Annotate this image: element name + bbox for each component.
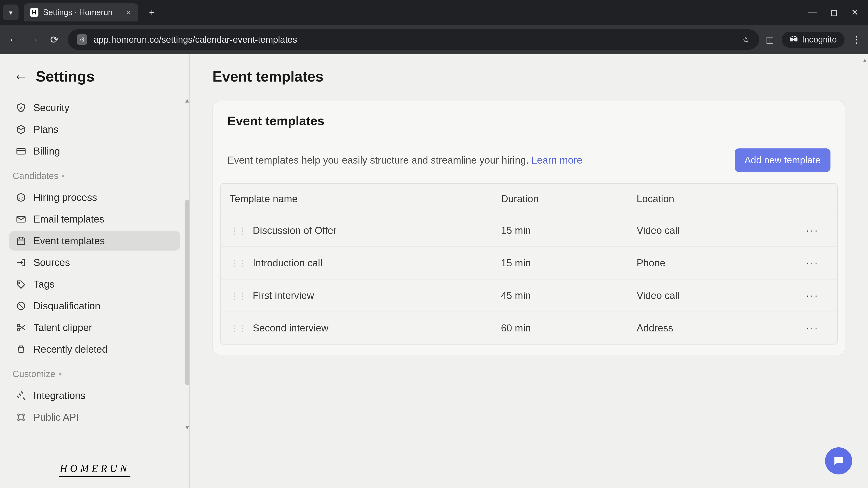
sidebar-scrollbar-thumb[interactable] [185, 200, 189, 385]
sub-text: Event templates help you easily structur… [227, 155, 531, 166]
table-row[interactable]: ⋮⋮First interview 45 min Video call ··· [221, 280, 837, 312]
bookmark-star-icon[interactable]: ☆ [742, 34, 750, 45]
templates-table: Template name Duration Location ⋮⋮Discus… [220, 183, 838, 345]
browser-menu-icon[interactable]: ⋮ [852, 34, 861, 45]
sidebar-item-event-templates[interactable]: Event templates [9, 231, 180, 251]
sidebar-item-plans[interactable]: Plans [9, 120, 180, 139]
box-icon [16, 124, 27, 135]
homerun-logo[interactable]: HOMERUN [59, 462, 131, 477]
svg-point-1 [18, 194, 25, 201]
drag-handle-icon[interactable]: ⋮⋮ [230, 258, 247, 268]
window-controls: — ◻ ✕ [808, 7, 865, 18]
sidebar-item-label: Event templates [33, 235, 105, 247]
target-icon [16, 192, 27, 203]
new-tab-button[interactable]: + [146, 6, 158, 19]
drag-handle-icon[interactable]: ⋮⋮ [230, 323, 247, 333]
template-duration: 60 min [492, 312, 627, 344]
event-templates-card: Event templates Event templates help you… [213, 101, 845, 355]
sidebar-item-label: Integrations [33, 390, 86, 401]
table-row[interactable]: ⋮⋮Introduction call 15 min Phone ··· [221, 247, 837, 280]
browser-chrome: ▾ H Settings · Homerun × + — ◻ ✕ ← → ⟳ ⚙… [0, 0, 868, 54]
template-name: Discussion of Offer [253, 225, 337, 236]
col-header-location: Location [627, 184, 788, 215]
close-window-icon[interactable]: ✕ [851, 7, 859, 18]
main-content: Event templates Event templates Event te… [190, 54, 868, 488]
row-actions-icon[interactable]: ··· [788, 215, 837, 247]
col-header-duration: Duration [492, 184, 627, 215]
template-location: Video call [627, 280, 788, 312]
row-actions-icon[interactable]: ··· [788, 280, 837, 312]
sidebar-item-disqualification[interactable]: Disqualification [9, 296, 180, 316]
sidebar-scroll-up-icon[interactable]: ▴ [185, 96, 189, 104]
sidebar-item-talent-clipper[interactable]: Talent clipper [9, 318, 180, 337]
table-row[interactable]: ⋮⋮Discussion of Offer 15 min Video call … [221, 215, 837, 247]
minimize-icon[interactable]: — [808, 7, 817, 18]
sidebar-item-recently-deleted[interactable]: Recently deleted [9, 339, 180, 359]
address-bar[interactable]: ⚙ app.homerun.co/settings/calendar-event… [68, 29, 759, 50]
template-name: Second interview [253, 322, 329, 333]
group-label: Candidates [13, 171, 58, 181]
sidebar-scroll-area[interactable]: ▴ Security Plans Billing Candidates ▾ Hi… [0, 96, 189, 452]
mail-icon [16, 214, 27, 225]
sidebar-title: Settings [36, 68, 94, 85]
settings-sidebar: ← Settings ▴ Security Plans Billing Cand… [0, 54, 190, 488]
template-location: Video call [627, 215, 788, 247]
sidebar-footer: HOMERUN [0, 452, 189, 488]
card-title: Event templates [227, 113, 831, 128]
svg-point-9 [18, 414, 19, 416]
sidebar-item-label: Disqualification [33, 300, 100, 312]
card-sub-text: Event templates help you easily structur… [227, 155, 582, 166]
reload-button[interactable]: ⟳ [48, 33, 61, 46]
svg-point-5 [19, 283, 20, 284]
add-new-template-button[interactable]: Add new template [735, 149, 831, 172]
tag-icon [16, 279, 27, 290]
incognito-indicator[interactable]: 🕶 Incognito [782, 32, 844, 48]
card-subheader: Event templates help you easily structur… [213, 139, 845, 183]
col-header-actions [788, 184, 837, 215]
sidebar-group-customize[interactable]: Customize ▾ [9, 361, 180, 384]
tab-favicon: H [30, 8, 38, 17]
browser-toolbar: ← → ⟳ ⚙ app.homerun.co/settings/calendar… [0, 25, 868, 54]
tab-search-button[interactable]: ▾ [3, 4, 19, 20]
sidebar-item-email-templates[interactable]: Email templates [9, 209, 180, 229]
sidebar-item-sources[interactable]: Sources [9, 253, 180, 272]
drag-handle-icon[interactable]: ⋮⋮ [230, 291, 247, 301]
sidebar-item-label: Public API [33, 412, 79, 423]
card-icon [16, 145, 27, 157]
table-row[interactable]: ⋮⋮Second interview 60 min Address ··· [221, 312, 837, 344]
sidebar-item-hiring-process[interactable]: Hiring process [9, 188, 180, 207]
drag-handle-icon[interactable]: ⋮⋮ [230, 225, 247, 236]
back-button[interactable]: ← [7, 33, 20, 46]
side-panel-icon[interactable]: ◫ [766, 35, 774, 44]
svg-point-10 [23, 414, 24, 416]
site-info-icon[interactable]: ⚙ [77, 34, 87, 45]
ban-icon [16, 300, 27, 312]
sidebar-item-label: Talent clipper [33, 322, 92, 333]
sidebar-group-candidates[interactable]: Candidates ▾ [9, 163, 180, 186]
browser-tab[interactable]: H Settings · Homerun × [24, 3, 138, 22]
chat-icon [832, 455, 845, 467]
template-duration: 45 min [492, 280, 627, 312]
sidebar-item-tags[interactable]: Tags [9, 274, 180, 294]
trash-icon [16, 344, 27, 355]
sidebar-item-public-api[interactable]: Public API [9, 408, 180, 427]
maximize-icon[interactable]: ◻ [831, 7, 838, 18]
learn-more-link[interactable]: Learn more [531, 155, 582, 166]
row-actions-icon[interactable]: ··· [788, 247, 837, 280]
svg-point-11 [18, 419, 19, 420]
svg-rect-0 [17, 148, 25, 154]
sidebar-item-label: Recently deleted [33, 344, 107, 355]
row-actions-icon[interactable]: ··· [788, 312, 837, 344]
sidebar-item-security[interactable]: Security [9, 98, 180, 118]
template-duration: 15 min [492, 247, 627, 280]
sidebar-item-billing[interactable]: Billing [9, 141, 180, 161]
chat-fab[interactable] [825, 447, 852, 475]
back-arrow-icon[interactable]: ← [13, 69, 28, 84]
app-root: ▴ ← Settings ▴ Security Plans Billing Ca… [0, 54, 868, 488]
arrow-in-icon [16, 257, 27, 268]
sidebar-scroll-down-icon[interactable]: ▾ [185, 423, 189, 431]
forward-button[interactable]: → [27, 33, 41, 46]
sidebar-item-integrations[interactable]: Integrations [9, 386, 180, 405]
api-icon [16, 412, 27, 423]
close-tab-icon[interactable]: × [126, 8, 131, 17]
